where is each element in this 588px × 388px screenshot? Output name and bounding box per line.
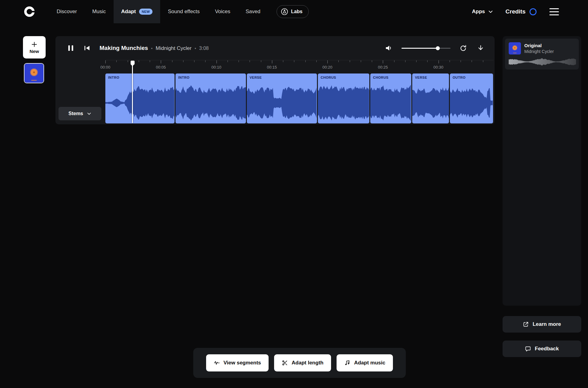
separator-dot: • — [194, 46, 196, 51]
segment-outro[interactable]: OUTRO — [450, 73, 493, 123]
ruler-tick — [394, 60, 394, 62]
volume-slider[interactable] — [401, 48, 450, 49]
nav-item-music[interactable]: Music — [85, 0, 113, 23]
adapt-length-button[interactable]: Adapt length — [274, 354, 331, 371]
download-button[interactable] — [476, 43, 485, 53]
playhead[interactable] — [132, 61, 133, 123]
ruler-tick — [161, 60, 161, 63]
ruler-tick — [194, 60, 194, 62]
top-nav: Discover Music Adapt NEW Sound effects V… — [0, 0, 588, 23]
ruler-tick-label: 00:00 — [100, 65, 111, 70]
nav-item-discover[interactable]: Discover — [49, 0, 85, 23]
ruler-tick — [405, 60, 405, 62]
album-art — [509, 42, 521, 55]
ruler-tick — [261, 60, 261, 62]
skip-to-start-button[interactable] — [82, 44, 92, 52]
pause-button[interactable] — [66, 43, 75, 53]
new-label: New — [30, 49, 39, 54]
segment-intro[interactable]: INTRO — [105, 73, 175, 123]
ruler-tick — [450, 60, 450, 62]
flask-icon — [281, 8, 288, 15]
nav-label: Discover — [57, 9, 77, 15]
stems-dropdown[interactable]: Stems — [58, 107, 101, 120]
credits-label: Credits — [506, 8, 526, 15]
segment-waveform — [412, 83, 449, 123]
segment-chorus[interactable]: CHORUS — [370, 73, 411, 123]
nav-item-voices[interactable]: Voices — [207, 0, 238, 23]
nav-label: Sound effects — [168, 9, 200, 15]
nav-label: Music — [92, 9, 106, 15]
new-badge: NEW — [139, 9, 153, 15]
volume-icon — [385, 45, 392, 51]
volume-button[interactable] — [384, 43, 394, 53]
segment-verse[interactable]: VERSE — [412, 73, 449, 123]
now-playing: Making Munchies • Midnight Cycler • 3:08 — [100, 45, 209, 51]
album-art — [24, 64, 43, 83]
chevron-down-icon — [488, 9, 493, 14]
apps-label: Apps — [472, 9, 485, 15]
plus-icon — [31, 41, 38, 48]
ruler-tick-label: 00:20 — [322, 65, 333, 70]
learn-more-button[interactable]: Learn more — [503, 316, 581, 333]
track-title: Making Munchies — [100, 45, 148, 51]
labs-button[interactable]: Labs — [277, 5, 308, 18]
ruler-tick — [150, 60, 150, 62]
ruler-tick — [461, 60, 461, 62]
skip-back-icon — [84, 45, 90, 51]
feedback-label: Feedback — [535, 346, 559, 352]
project-thumbnail[interactable] — [24, 63, 44, 83]
segment-waveform — [318, 83, 369, 123]
view-segments-button[interactable]: View segments — [206, 354, 269, 371]
pause-icon — [68, 45, 74, 51]
volume-knob[interactable] — [436, 46, 440, 50]
segment-chorus[interactable]: CHORUS — [318, 73, 369, 123]
segment-waveform — [175, 83, 246, 123]
music-note-settings-icon — [344, 360, 350, 366]
ruler-tick — [228, 60, 228, 62]
ruler-tick — [327, 60, 328, 63]
volume-fill — [401, 48, 438, 49]
playhead-pin[interactable] — [130, 61, 134, 65]
ruler-tick — [183, 60, 183, 62]
nav-item-adapt[interactable]: Adapt NEW — [114, 0, 160, 23]
chevron-down-icon — [87, 111, 92, 116]
ruler-tick — [250, 60, 250, 62]
ruler-tick-label: 00:25 — [378, 65, 388, 70]
original-thumbnail — [509, 42, 521, 55]
segment-waveform — [370, 83, 411, 123]
credits-button[interactable]: Credits — [506, 8, 537, 15]
ruler-tick — [172, 60, 172, 62]
waveform-icon — [214, 360, 220, 366]
loop-button[interactable] — [458, 43, 468, 53]
original-version-card[interactable]: Original Midnight Cycler — [505, 39, 579, 70]
ruler-tick — [116, 60, 117, 62]
nav-item-sound-effects[interactable]: Sound effects — [160, 0, 207, 23]
feedback-button[interactable]: Feedback — [503, 341, 581, 357]
adapt-music-button[interactable]: Adapt music — [337, 354, 393, 371]
loop-icon — [460, 45, 467, 52]
ruler-tick — [217, 60, 217, 63]
adapt-length-label: Adapt length — [292, 360, 323, 366]
app-logo[interactable] — [24, 0, 35, 23]
original-card-header: Original Midnight Cycler — [509, 42, 575, 55]
timeline-ruler[interactable]: 00:0000:0500:1000:1500:2000:2500:30 — [105, 60, 494, 73]
nav-item-saved[interactable]: Saved — [238, 0, 268, 23]
ruler-tick — [427, 60, 428, 62]
ruler-tick — [294, 60, 294, 62]
credits-ring-icon — [530, 8, 537, 15]
apps-button[interactable]: Apps — [472, 9, 493, 15]
new-project-button[interactable]: New — [23, 36, 46, 58]
segment-verse[interactable]: VERSE — [247, 73, 317, 123]
segment-waveform — [105, 83, 175, 123]
nav-label: Adapt — [121, 9, 136, 15]
track-duration: 3:08 — [199, 46, 209, 51]
separator-dot: • — [151, 46, 153, 51]
waveform-segments: INTROINTROVERSECHORUSCHORUSVERSEOUTRO — [105, 73, 493, 123]
segment-intro[interactable]: INTRO — [175, 73, 246, 123]
menu-button[interactable] — [549, 6, 560, 17]
segment-label: CHORUS — [373, 76, 389, 79]
ruler-tick-label: 00:10 — [211, 65, 221, 70]
ruler-tick — [383, 60, 383, 63]
ruler-tick — [350, 60, 350, 62]
nav-label: Saved — [246, 9, 260, 15]
